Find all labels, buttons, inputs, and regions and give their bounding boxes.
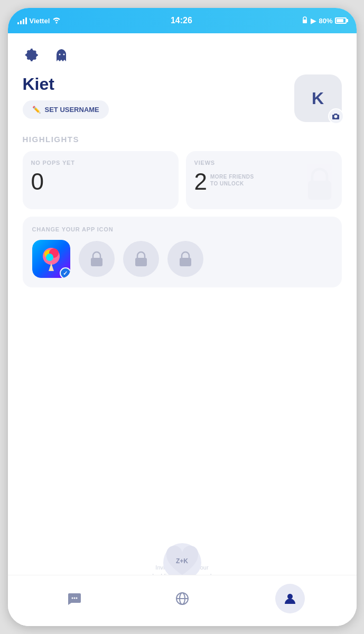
- battery-percent: 80%: [319, 17, 332, 25]
- avatar-container: K: [294, 74, 342, 122]
- nav-chat[interactable]: [60, 584, 89, 613]
- app-icon-card: CHANGE YOUR APP ICON: [23, 217, 342, 287]
- lock-icon: [302, 16, 308, 25]
- pops-label: NO POPS YET: [31, 160, 170, 166]
- highlights-row: NO POPS YET 0 VIEWS 2 MORE FRIENDSTO UNL…: [23, 151, 342, 209]
- location-icon: ▶: [311, 17, 316, 25]
- heart-badge-text: Z+K: [176, 557, 188, 565]
- carrier-label: Viettel: [30, 17, 50, 25]
- app-icon-active[interactable]: ✓: [32, 240, 70, 278]
- app-icon-label: CHANGE YOUR APP ICON: [32, 226, 332, 232]
- svg-point-18: [287, 594, 293, 599]
- phone-frame: Viettel 14:26 ▶ 80%: [8, 8, 357, 626]
- wifi-icon: [52, 16, 61, 25]
- status-left: Viettel: [17, 16, 61, 25]
- top-icons-row: [23, 46, 342, 65]
- pencil-icon: ✏️: [32, 106, 41, 114]
- status-bar: Viettel 14:26 ▶ 80%: [8, 8, 357, 33]
- battery-icon: [335, 17, 347, 24]
- svg-point-12: [71, 598, 73, 599]
- pops-card: NO POPS YET 0: [23, 151, 179, 209]
- nav-discover-circle: [167, 584, 197, 613]
- nav-chat-circle: [60, 584, 89, 613]
- ghost-button[interactable]: [52, 46, 71, 65]
- set-username-label: SET USERNAME: [45, 106, 99, 114]
- highlights-section: HIGHLIGHTS NO POPS YET 0 VIEWS 2 MORE FR…: [23, 135, 342, 287]
- app-icon-row: ✓: [32, 240, 332, 278]
- profile-name: Kiet: [23, 74, 109, 94]
- camera-badge[interactable]: [328, 108, 344, 124]
- pops-value: 0: [31, 170, 170, 193]
- avatar-letter: K: [312, 89, 324, 108]
- highlights-title: HIGHLIGHTS: [23, 135, 342, 144]
- nav-profile[interactable]: [275, 584, 305, 613]
- svg-rect-0: [303, 20, 307, 23]
- nav-profile-circle: [275, 584, 305, 613]
- bottom-nav: [8, 575, 357, 626]
- views-card: VIEWS 2 MORE FRIENDSTO UNLOCK: [186, 151, 342, 209]
- svg-point-7: [46, 254, 53, 261]
- profile-section: Kiet ✏️ SET USERNAME K: [23, 74, 342, 122]
- svg-rect-11: [180, 258, 191, 266]
- app-icon-locked-1[interactable]: [79, 241, 115, 277]
- time-display: 14:26: [171, 16, 192, 25]
- check-badge: ✓: [60, 267, 70, 278]
- heart-badge[interactable]: Z+K: [163, 543, 201, 579]
- svg-rect-3: [308, 181, 331, 200]
- settings-button[interactable]: [23, 46, 42, 65]
- svg-point-13: [73, 598, 75, 599]
- svg-point-14: [76, 598, 77, 599]
- svg-point-1: [59, 54, 60, 55]
- views-value: 2: [194, 170, 207, 193]
- signal-icon: [17, 17, 27, 24]
- app-icon-locked-2[interactable]: [123, 241, 159, 277]
- app-icon-locked-3[interactable]: [167, 241, 203, 277]
- main-content: Kiet ✏️ SET USERNAME K HIGHLIGHTS: [8, 33, 357, 626]
- bottom-area: Invite 2 more of yourbuddies, for gems, …: [8, 543, 357, 626]
- nav-discover[interactable]: [167, 584, 197, 613]
- svg-rect-10: [135, 258, 147, 266]
- svg-rect-9: [91, 258, 102, 266]
- status-right: ▶ 80%: [302, 16, 347, 25]
- svg-point-2: [63, 54, 64, 55]
- set-username-button[interactable]: ✏️ SET USERNAME: [23, 100, 109, 119]
- views-sublabel: MORE FRIENDSTO UNLOCK: [210, 173, 254, 187]
- lock-overlay: [304, 165, 335, 204]
- profile-left: Kiet ✏️ SET USERNAME: [23, 74, 109, 119]
